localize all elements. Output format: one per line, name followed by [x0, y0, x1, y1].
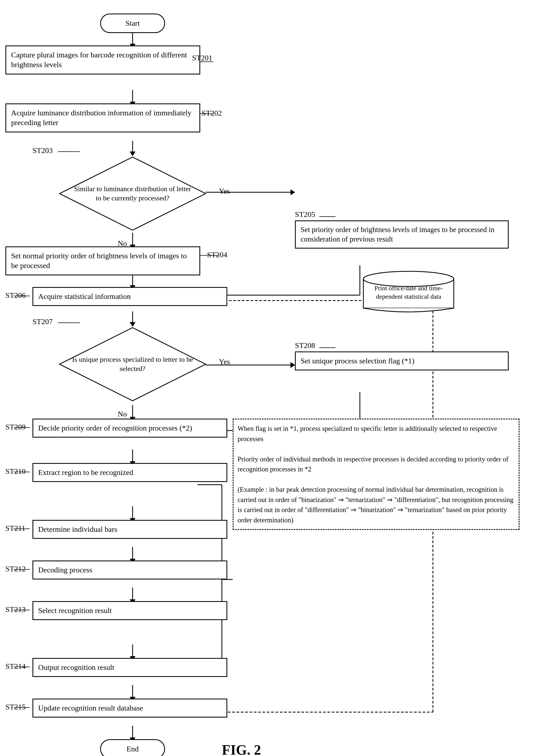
st206-text: Acquire statistical information [38, 292, 131, 301]
st208-label: ST208 [295, 341, 315, 350]
st204-container: Set normal priority order of brightness … [5, 246, 200, 275]
st204-text: Set normal priority order of brightness … [11, 252, 187, 270]
st208-text: Set unique process selection flag (*1) [300, 357, 414, 365]
start-label: Start [126, 18, 140, 28]
yes2-label: Yes [219, 357, 230, 366]
st207-label: ST207 [32, 317, 53, 326]
st206-box: Acquire statistical information [32, 287, 227, 306]
st204-box: Set normal priority order of brightness … [5, 246, 200, 275]
fig-label: FIG. 2 [222, 742, 261, 756]
st203-text: Similar to luminance distribution of let… [57, 184, 208, 203]
note-box: When flag is set in *1, process speciali… [233, 419, 519, 530]
st213-container: Select recognition result ST213 [32, 601, 227, 620]
st213-box: Select recognition result [32, 601, 227, 620]
st202-container: Acquire luminance distribution informati… [5, 103, 200, 132]
st212-text: Decoding process [38, 566, 92, 574]
st209-container: Decide priority order of recognition pro… [32, 419, 227, 438]
diagram-container: Start ST201 Capture plural images for ba… [0, 0, 549, 756]
svg-marker-7 [290, 190, 295, 195]
st210-box: Extract region to be recognized [32, 463, 227, 482]
st206-container: Acquire statistical information ST206 [32, 287, 227, 306]
st210-text: Extract region to be recognized [38, 468, 133, 477]
st202-text: Acquire luminance distribution informati… [11, 109, 191, 127]
end-node: End [100, 739, 165, 756]
svg-marker-20 [290, 362, 295, 368]
st205-container: Set priority order of brightness levels … [295, 220, 509, 249]
cylinder-container: Print office/date and time-dependent sta… [362, 271, 455, 314]
st207-text: Is unique process specialized to letter … [57, 355, 208, 373]
st210-container: Extract region to be recognized ST210 [32, 463, 227, 482]
st214-text: Output recognition result [38, 663, 115, 672]
st203-label: ST203 [32, 146, 53, 155]
st208-box: Set unique process selection flag (*1) [295, 351, 509, 370]
st211-text: Determine individual bars [38, 525, 117, 533]
st209-text: Decide priority order of recognition pro… [38, 424, 192, 432]
st208-container: Set unique process selection flag (*1) S… [295, 351, 509, 370]
st205-box: Set priority order of brightness levels … [295, 220, 509, 249]
st205-label: ST205 [295, 210, 315, 219]
st215-box: Update recognition result database [32, 699, 227, 718]
st214-box: Output recognition result [32, 658, 227, 677]
st213-text: Select recognition result [38, 606, 112, 615]
st207-container: Is unique process specialized to letter … [57, 325, 208, 403]
st205-text: Set priority order of brightness levels … [300, 226, 494, 243]
no2-label: No [118, 410, 127, 418]
note-box-inner: When flag is set in *1, process speciali… [233, 419, 519, 530]
yes1-label: Yes [219, 187, 230, 195]
st212-container: Decoding process ST212 [32, 561, 227, 579]
st214-container: Output recognition result ST214 [32, 658, 227, 677]
st211-container: Determine individual bars ST211 [32, 520, 227, 539]
st201-text: Capture plural images for barcode recogn… [11, 51, 187, 69]
st212-box: Decoding process [32, 561, 227, 579]
st209-box: Decide priority order of recognition pro… [32, 419, 227, 438]
st201-box: Capture plural images for barcode recogn… [5, 45, 200, 74]
st201-label-container: ST201 Capture plural images for barcode … [5, 45, 200, 74]
st202-box: Acquire luminance distribution informati… [5, 103, 200, 132]
st211-box: Determine individual bars [32, 520, 227, 539]
note-text: When flag is set in *1, process speciali… [238, 425, 514, 524]
st215-container: Update recognition result database ST215 [32, 699, 227, 718]
start-node: Start [100, 14, 165, 33]
cylinder-text: Print office/date and time-dependent sta… [362, 284, 455, 301]
st203-container: Similar to luminance distribution of let… [57, 154, 208, 233]
end-label: End [126, 744, 139, 754]
st215-text: Update recognition result database [38, 704, 143, 712]
